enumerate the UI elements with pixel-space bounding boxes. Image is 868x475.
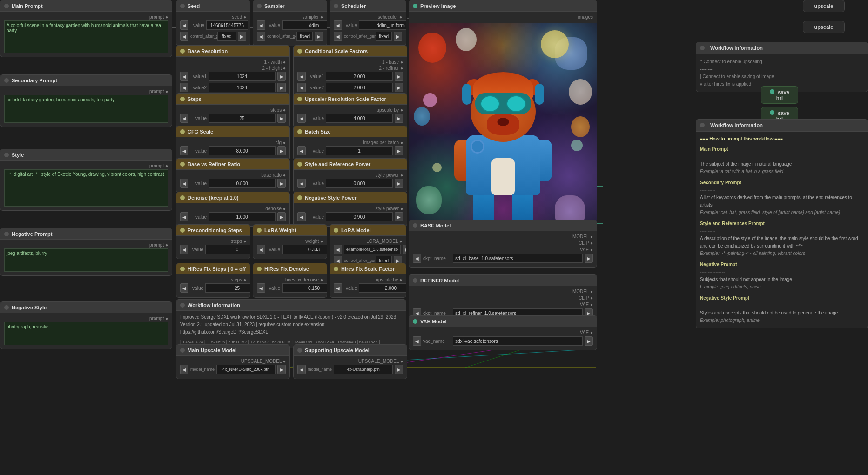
cond-v1-right[interactable]: ▶: [395, 72, 403, 81]
base-ckpt-input[interactable]: [453, 254, 583, 263]
secondary-prompt-textarea[interactable]: [4, 95, 168, 123]
hires-scale-input[interactable]: [359, 283, 406, 293]
neg-style-desc: Styles and concepts that should not be u…: [700, 309, 864, 317]
upscaler-input[interactable]: [326, 114, 393, 123]
vae-name-input[interactable]: [453, 336, 583, 346]
denoise-left[interactable]: ◀: [180, 212, 188, 221]
batch-title: Batch Size: [305, 129, 403, 134]
cond-v1-input[interactable]: [326, 72, 393, 81]
style-power-input[interactable]: [326, 179, 393, 188]
right-wf-title: Workflow Information: [710, 44, 763, 52]
main-upscale-right[interactable]: ▶: [277, 365, 286, 374]
main-upscale-left[interactable]: ◀: [180, 365, 188, 374]
preview-images-row: images: [413, 14, 593, 20]
scheduler-ctrl-right[interactable]: ▶: [394, 32, 402, 41]
main-prompt-node: Main Prompt prompt ●: [0, 0, 172, 57]
scheduler-input[interactable]: [359, 20, 406, 30]
precond-left[interactable]: ◀: [180, 245, 188, 254]
base-res-v1-input[interactable]: [209, 72, 276, 81]
cfg-input[interactable]: [209, 146, 276, 155]
base-ratio-input[interactable]: [209, 179, 276, 188]
cond-v2-row: ◀ value2 ▶: [297, 83, 403, 92]
negative-style-textarea[interactable]: [4, 322, 168, 345]
cfg-right[interactable]: ▶: [277, 146, 286, 155]
seed-connector-label: seed ●: [232, 14, 246, 20]
steps-input[interactable]: [209, 114, 276, 123]
upscaler-left[interactable]: ◀: [297, 114, 306, 123]
base-model-ckpt-left[interactable]: ◀: [413, 254, 421, 263]
base-model-ckpt-right[interactable]: ▶: [585, 254, 593, 263]
support-upscale-input[interactable]: [334, 365, 393, 374]
seed-ctrl-right[interactable]: ▶: [238, 32, 246, 41]
hires-steps-input[interactable]: [205, 283, 250, 293]
base-ratio-left[interactable]: ◀: [180, 179, 188, 188]
denoise-input[interactable]: [209, 212, 276, 221]
base-model-header: BASE Model: [409, 220, 597, 231]
support-upscale-right[interactable]: ▶: [395, 365, 403, 374]
style-textarea[interactable]: [4, 169, 168, 207]
main-prompt-textarea[interactable]: [4, 20, 168, 53]
cond-v1-left[interactable]: ◀: [297, 72, 306, 81]
seed-ctrl-left[interactable]: ◀: [180, 32, 188, 41]
cond-v2-right[interactable]: ▶: [395, 83, 403, 92]
seed-right-arrow[interactable]: ▶: [250, 20, 250, 30]
style-power-right[interactable]: ▶: [395, 179, 403, 188]
batch-left[interactable]: ◀: [297, 146, 306, 155]
base-ckpt-label: ckpt_name: [423, 256, 451, 261]
base-model-clip-row: CLIP ●: [413, 241, 593, 246]
negative-prompt-textarea[interactable]: [4, 248, 168, 272]
sampler-ctrl-right[interactable]: ▶: [315, 32, 323, 41]
base-resolution-header: Base Resolution: [176, 46, 289, 57]
neg-style-power-right[interactable]: ▶: [395, 212, 403, 221]
base-res-v2-right[interactable]: ▶: [277, 83, 286, 92]
seed-value-row: ◀ value ▶: [180, 20, 246, 30]
hires-steps-left[interactable]: ◀: [180, 283, 188, 293]
cond-v2-input[interactable]: [326, 83, 393, 92]
cfg-left[interactable]: ◀: [180, 146, 188, 155]
style-power-left[interactable]: ◀: [297, 179, 306, 188]
sampler-ctrl-input[interactable]: [296, 32, 313, 41]
vae-name-left[interactable]: ◀: [413, 336, 421, 346]
lora-model-input[interactable]: [344, 245, 401, 254]
base-resolution-node: Base Resolution 1 - width ● 2 - height ●…: [176, 45, 290, 97]
upscaler-right[interactable]: ▶: [395, 114, 403, 123]
hires-denoise-input[interactable]: [282, 283, 327, 293]
lora-weight-input[interactable]: [282, 245, 327, 254]
sampler-input[interactable]: [282, 20, 327, 30]
neg-prompt-section: Negative Prompt: [700, 261, 864, 268]
precond-input[interactable]: [205, 245, 250, 254]
steps-right[interactable]: ▶: [277, 114, 286, 123]
negative-prompt-dot: [4, 232, 9, 236]
scheduler-header: Scheduler: [330, 0, 406, 12]
seed-left-arrow[interactable]: ◀: [180, 20, 188, 30]
base-res-v2-input[interactable]: [209, 83, 276, 92]
denoise-right[interactable]: ▶: [277, 212, 286, 221]
base-ratio-right[interactable]: ▶: [277, 179, 286, 188]
steps-left[interactable]: ◀: [180, 114, 188, 123]
scheduler-ctrl-left[interactable]: ◀: [334, 32, 342, 41]
seed-input[interactable]: [206, 20, 248, 30]
base-res-v1-right[interactable]: ▶: [277, 72, 286, 81]
cond-v2-left[interactable]: ◀: [297, 83, 306, 92]
base-res-v2-left[interactable]: ◀: [180, 83, 188, 92]
hires-scale-left[interactable]: ◀: [334, 283, 342, 293]
neg-style-power-left[interactable]: ◀: [297, 212, 306, 221]
lora-weight-left[interactable]: ◀: [257, 245, 265, 254]
sampler-ctrl-left[interactable]: ◀: [257, 32, 265, 41]
batch-input[interactable]: [326, 146, 393, 155]
seed-ctrl-input[interactable]: [217, 32, 236, 41]
negative-style-label-row: prompt ●: [4, 316, 168, 321]
batch-right[interactable]: ▶: [395, 146, 403, 155]
vae-name-right[interactable]: ▶: [585, 336, 593, 346]
hires-denoise-left[interactable]: ◀: [257, 283, 265, 293]
scheduler-left[interactable]: ◀: [334, 20, 342, 30]
sampler-left[interactable]: ◀: [257, 20, 265, 30]
lora-model-left[interactable]: ◀: [334, 245, 342, 254]
workflow-info-node: Workflow Information Improved Searge SDX…: [176, 299, 406, 348]
neg-style-power-input[interactable]: [326, 212, 393, 221]
base-res-v1-left[interactable]: ◀: [180, 72, 188, 81]
main-upscale-input[interactable]: [216, 365, 276, 374]
support-upscale-left[interactable]: ◀: [297, 365, 306, 374]
lora-model-right[interactable]: ▶: [403, 245, 406, 254]
scheduler-ctrl-input[interactable]: [376, 32, 392, 41]
